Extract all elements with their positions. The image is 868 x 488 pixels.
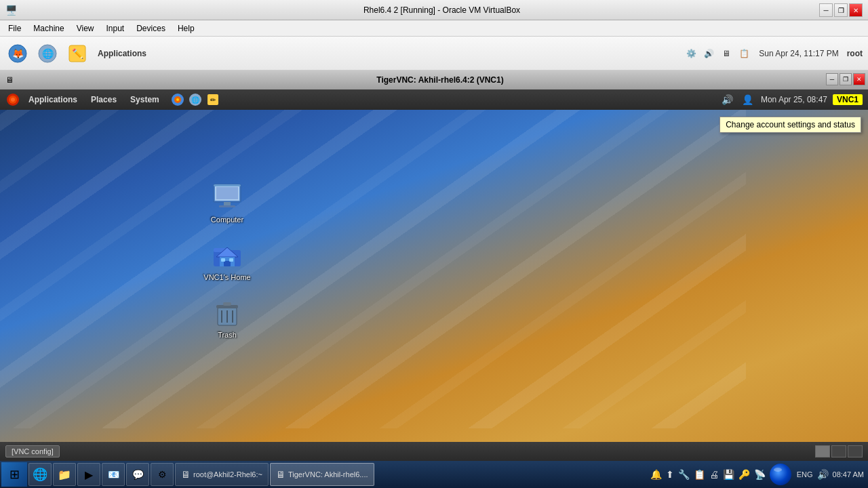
svg-text:✏: ✏	[210, 96, 216, 104]
vbox-toolbar-icon-3[interactable]: ✏️	[65, 41, 90, 66]
vnc-system-menu[interactable]: System	[125, 94, 165, 106]
vbox-applications-button[interactable]: 🦊	[5, 41, 30, 66]
svg-point-11	[176, 98, 179, 101]
svg-rect-32	[223, 302, 231, 306]
vbox-status-right: ⚙️ 🔊 🖥 📋 Sun Apr 24, 11:17 PM root	[684, 48, 863, 59]
vnc-places-menu[interactable]: Places	[85, 94, 122, 106]
tray-icon-8[interactable]: 📡	[754, 469, 766, 480]
ie-taskbar-button[interactable]: 🌐	[28, 463, 52, 486]
svg-rect-18	[216, 187, 238, 199]
vbox-menu-input[interactable]: Input	[101, 22, 130, 35]
taskbar-terminal-label: root@Akhil2-Rhel6:~	[193, 470, 262, 479]
tray-icon-6[interactable]: 💾	[723, 469, 734, 480]
computer-icon	[211, 180, 243, 213]
vbox-tray-icon-4[interactable]: 📋	[737, 48, 751, 59]
extra-taskbar-button[interactable]: 📧	[102, 463, 125, 486]
svg-rect-27	[224, 261, 231, 266]
svg-point-8	[11, 98, 15, 102]
home-icon	[211, 238, 243, 270]
vnc-edit-icon[interactable]: ✏	[205, 92, 220, 107]
home-icon-label: VNC1's Home	[203, 273, 250, 281]
trash-icon	[211, 296, 243, 328]
vbox-minimize-button[interactable]: ─	[819, 3, 833, 17]
extra-taskbar-button-3[interactable]: ⚙	[151, 463, 174, 486]
vnc1-badge[interactable]: VNC1	[833, 94, 863, 105]
windows-taskbar-right: 🔔 ⬆ 🔧 📋 🖨 💾 🔑 📡 ENG 🔊 08:47 AM	[650, 464, 867, 485]
vnc-workspace-2[interactable]	[831, 445, 846, 458]
taskbar-vnc-label: TigerVNC: Akhil-rhel6....	[288, 470, 368, 479]
desktop-icon-trash[interactable]: Trash	[200, 293, 254, 342]
svg-rect-20	[219, 205, 235, 207]
vbox-titlebar: 🖥️ Rhel6.4 2 [Running] - Oracle VM Virtu…	[0, 0, 868, 20]
svg-text:🌐: 🌐	[42, 48, 54, 60]
vbox-menu-help[interactable]: Help	[172, 22, 200, 35]
vnc-workspace-3[interactable]	[848, 445, 863, 458]
windows-start-button[interactable]: ⊞	[1, 462, 27, 487]
vnc-close-button[interactable]: ✕	[853, 73, 865, 85]
tray-icon-1[interactable]: 🔔	[650, 469, 662, 480]
vnc-user-icon[interactable]: 👤	[741, 92, 755, 107]
vnc-workspace-1[interactable]	[815, 445, 830, 458]
svg-rect-21	[214, 184, 241, 186]
vnc-sound-icon[interactable]: 🔊	[720, 92, 735, 107]
windows-taskbar: ⊞ 🌐 📁 ▶ 📧 💬 ⚙ 🖥 root@Akhil2-Rhel6:~ 🖥 Ti…	[0, 461, 868, 488]
vbox-menubar: File Machine View Input Devices Help	[0, 20, 868, 37]
svg-rect-28	[221, 258, 225, 262]
vbox-menu-view[interactable]: View	[71, 22, 100, 35]
vbox-restore-button[interactable]: ❐	[834, 3, 848, 17]
vbox-window-controls: ─ ❐ ✕	[819, 3, 863, 17]
vnc-title: TigerVNC: Akhil-rhel6.4:2 (VNC1)	[18, 75, 863, 85]
vnc-panel-right: 🔊 👤 Mon Apr 25, 08:47 VNC1	[720, 92, 863, 107]
vbox-tray-icon-1[interactable]: ⚙️	[684, 48, 698, 59]
tray-icon-5[interactable]: 🖨	[709, 469, 719, 480]
svg-text:🦊: 🦊	[12, 48, 24, 60]
vnc-bottom: [VNC config]	[0, 442, 868, 461]
tray-volume-icon[interactable]: 🔊	[817, 469, 829, 480]
vnc-area: 🖥 TigerVNC: Akhil-rhel6.4:2 (VNC1) ─ ❐ ✕	[0, 70, 868, 461]
vnc-applications-menu[interactable]: Applications	[23, 94, 83, 106]
vbox-menu-file[interactable]: File	[3, 22, 26, 35]
tray-icon-7[interactable]: 🔑	[738, 469, 750, 480]
vnc-minimize-button[interactable]: ─	[826, 73, 838, 85]
windows-clock[interactable]: 08:47 AM	[833, 470, 864, 479]
vbox-datetime: Sun Apr 24, 11:17 PM	[759, 49, 838, 58]
tooltip-change-account: Change account settings and status	[719, 117, 861, 133]
vbox-close-button[interactable]: ✕	[849, 3, 863, 17]
taskbar-vnc-button[interactable]: 🖥 TigerVNC: Akhil-rhel6....	[270, 463, 374, 486]
folder-taskbar-button[interactable]: 📁	[53, 463, 76, 486]
vnc-window-controls: ─ ❐ ✕	[826, 73, 865, 85]
vbox-menu-machine[interactable]: Machine	[28, 22, 69, 35]
tray-icon-4[interactable]: 📋	[694, 469, 705, 480]
media-taskbar-button[interactable]: ▶	[77, 463, 100, 486]
svg-text:🌐: 🌐	[191, 96, 200, 104]
win-time: 08:47 AM	[833, 470, 864, 479]
svg-rect-29	[229, 258, 233, 262]
computer-icon-label: Computer	[211, 216, 243, 224]
vbox-toolbar: 🦊 🌐 ✏️ Applications ⚙️ 🔊 🖥 📋	[0, 37, 868, 70]
vnc-workspaces	[815, 445, 863, 458]
desktop-icon-computer[interactable]: Computer	[200, 178, 254, 226]
vbox-user: root	[847, 49, 863, 58]
vbox-tray-icon-3[interactable]: 🖥	[719, 48, 733, 59]
trash-icon-label: Trash	[218, 331, 237, 339]
tray-icon-3[interactable]: 🔧	[678, 469, 690, 480]
vnc-browser-icon[interactable]: 🌐	[188, 92, 203, 107]
vnc-firefox-icon[interactable]	[170, 92, 185, 107]
vnc-titlebar: 🖥 TigerVNC: Akhil-rhel6.4:2 (VNC1) ─ ❐ ✕	[0, 70, 868, 89]
vbox-toolbar-icon-2[interactable]: 🌐	[35, 41, 60, 66]
taskbar-terminal-button[interactable]: 🖥 root@Akhil2-Rhel6:~	[175, 463, 269, 486]
vbox-apps-label: Applications	[98, 49, 146, 58]
win-language: ENG	[797, 470, 813, 479]
vbox-tray-icon-2[interactable]: 🔊	[702, 48, 715, 59]
extra-taskbar-button-2[interactable]: 💬	[126, 463, 149, 486]
desktop-icon-home[interactable]: VNC1's Home	[200, 235, 254, 284]
vbox-title: Rhel6.4 2 [Running] - Oracle VM VirtualB…	[21, 5, 863, 15]
tray-icon-2[interactable]: ⬆	[666, 469, 674, 480]
vnc-datetime: Mon Apr 25, 08:47	[761, 95, 827, 104]
vnc-config-button[interactable]: [VNC config]	[5, 445, 60, 458]
globe-icon[interactable]	[770, 464, 791, 485]
vnc-restore-button[interactable]: ❐	[840, 73, 852, 85]
vbox-menu-devices[interactable]: Devices	[131, 22, 171, 35]
vnc-panel-gnome-icon[interactable]	[5, 92, 20, 107]
vbox-window: 🖥️ Rhel6.4 2 [Running] - Oracle VM Virtu…	[0, 0, 868, 488]
